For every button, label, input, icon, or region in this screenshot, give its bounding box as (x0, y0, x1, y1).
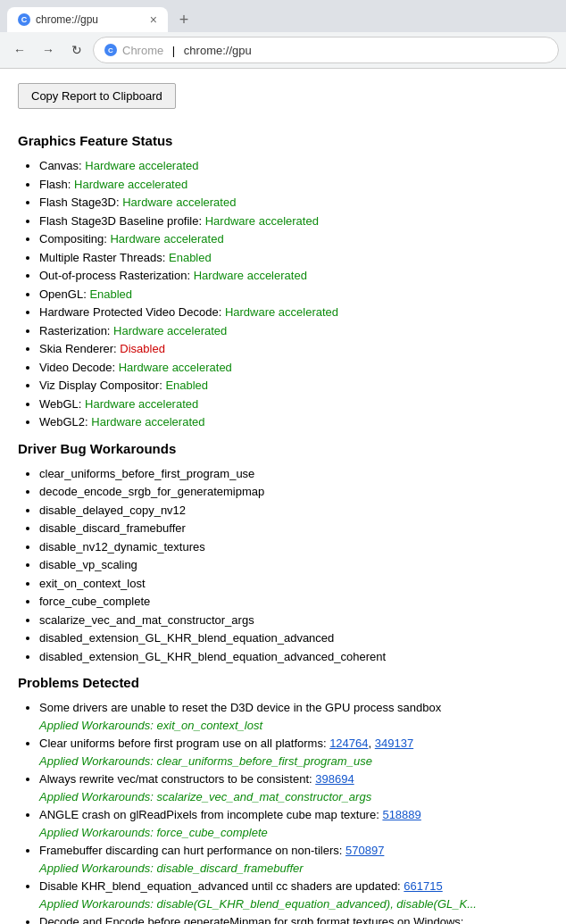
list-item: OpenGL: Enabled (39, 286, 548, 304)
list-item: decode_encode_srgb_for_generatemipmap (39, 483, 548, 501)
list-item: Flash Stage3D: Hardware accelerated (39, 194, 548, 212)
list-item: Compositing: Hardware accelerated (39, 230, 548, 248)
problems-list: Some drivers are unable to reset the D3D… (18, 699, 548, 924)
address-separator: Chrome (122, 44, 163, 57)
tab-title: chrome://gpu (36, 13, 145, 26)
list-item: Flash Stage3D Baseline profile: Hardware… (39, 212, 548, 230)
tab-close-icon[interactable]: × (150, 13, 157, 26)
list-item: Framebuffer discarding can hurt performa… (39, 842, 548, 877)
browser-chrome: C chrome://gpu × + ← → ↻ C Chrome | chro… (0, 0, 566, 69)
back-button[interactable]: ← (7, 37, 32, 62)
list-item: scalarize_vec_and_mat_constructor_args (39, 612, 548, 629)
list-item: WebGL2: Hardware accelerated (39, 413, 548, 431)
list-item: Multiple Raster Threads: Enabled (39, 249, 548, 267)
section-title-problems: Problems Detected (18, 672, 548, 694)
list-item: Flash: Hardware accelerated (39, 176, 548, 194)
nav-bar: ← → ↻ C Chrome | chrome://gpu (0, 32, 566, 68)
bug-link-518889[interactable]: 518889 (382, 808, 420, 821)
list-item: disable_discard_framebuffer (39, 520, 548, 537)
list-item: Rasterization: Hardware accelerated (39, 322, 548, 340)
list-item: Video Decode: Hardware accelerated (39, 359, 548, 377)
new-tab-button[interactable]: + (171, 7, 196, 32)
list-item: Out-of-process Rasterization: Hardware a… (39, 267, 548, 285)
list-item: disable_nv12_dynamic_textures (39, 538, 548, 556)
list-item: exit_on_context_lost (39, 575, 548, 593)
list-item: WebGL: Hardware accelerated (39, 395, 548, 413)
address-separator-pipe: | (169, 44, 179, 57)
driver-bug-list: clear_uniforms_before_first_program_use … (18, 465, 548, 666)
graphics-feature-list: Canvas: Hardware accelerated Flash: Hard… (18, 157, 548, 431)
bug-link-349137[interactable]: 349137 (375, 737, 413, 750)
list-item: disabled_extension_GL_KHR_blend_equation… (39, 648, 548, 666)
list-item: Clear uniforms before first program use … (39, 735, 548, 770)
active-tab[interactable]: C chrome://gpu × (7, 7, 168, 32)
section-graphics-feature-status: Graphics Feature Status Canvas: Hardware… (18, 130, 548, 431)
bug-link-661715[interactable]: 661715 (404, 879, 442, 893)
list-item: Viz Display Compositor: Enabled (39, 377, 548, 395)
list-item: disabled_extension_GL_KHR_blend_equation… (39, 629, 548, 647)
list-item: Decode and Encode before generateMipmap … (39, 913, 548, 924)
reload-button[interactable]: ↻ (64, 37, 89, 62)
list-item: Always rewrite vec/mat constructors to b… (39, 770, 548, 805)
section-title-driver: Driver Bug Workarounds (18, 438, 548, 460)
list-item: disable_vp_scaling (39, 556, 548, 574)
page-content: Copy Report to Clipboard Graphics Featur… (0, 69, 566, 924)
section-problems-detected: Problems Detected Some drivers are unabl… (18, 672, 548, 924)
list-item: clear_uniforms_before_first_program_use (39, 465, 548, 483)
list-item: Canvas: Hardware accelerated (39, 157, 548, 175)
section-driver-bug-workarounds: Driver Bug Workarounds clear_uniforms_be… (18, 438, 548, 666)
copy-report-button[interactable]: Copy Report to Clipboard (18, 83, 176, 109)
bug-link-124764[interactable]: 124764 (329, 737, 368, 750)
list-item: Some drivers are unable to reset the D3D… (39, 699, 548, 734)
list-item: ANGLE crash on glReadPixels from incompl… (39, 806, 548, 841)
address-favicon-icon: C (104, 44, 117, 56)
section-title-graphics: Graphics Feature Status (18, 130, 548, 152)
bug-link-570897[interactable]: 570897 (345, 844, 384, 857)
bug-link-398694[interactable]: 398694 (315, 772, 354, 786)
list-item: Skia Renderer: Disabled (39, 340, 548, 358)
forward-button[interactable]: → (36, 37, 61, 62)
list-item: Hardware Protected Video Decode: Hardwar… (39, 304, 548, 321)
list-item: Disable KHR_blend_equation_advanced unti… (39, 878, 548, 912)
list-item: force_cube_complete (39, 593, 548, 611)
tab-bar: C chrome://gpu × + (0, 0, 566, 32)
list-item: disable_delayed_copy_nv12 (39, 502, 548, 520)
address-url: chrome://gpu (184, 44, 252, 57)
tab-favicon: C (18, 13, 30, 26)
address-bar[interactable]: C Chrome | chrome://gpu (93, 37, 559, 63)
